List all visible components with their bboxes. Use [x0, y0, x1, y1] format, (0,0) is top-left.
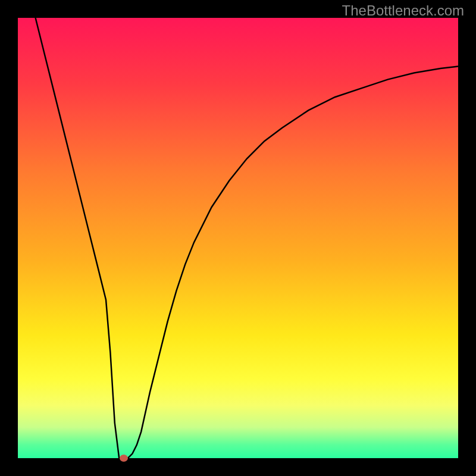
curve-svg [18, 18, 458, 458]
bottleneck-curve [36, 18, 458, 458]
watermark-text: TheBottleneck.com [342, 2, 464, 19]
chart-container: TheBottleneck.com [0, 0, 476, 476]
optimal-point-marker [120, 455, 128, 462]
plot-area [18, 18, 458, 458]
